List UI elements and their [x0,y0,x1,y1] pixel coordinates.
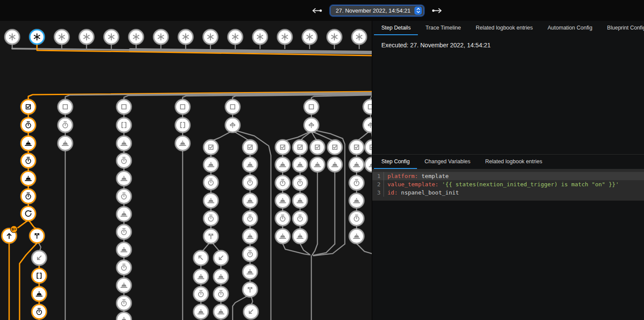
trace-node-refresh[interactable] [20,206,36,221]
trace-node-timer[interactable] [116,224,132,240]
trace-node-timer[interactable] [116,188,132,204]
trace-node-room-service[interactable] [275,193,290,208]
trace-node-checkbox-marked[interactable] [242,139,258,155]
trace-node-code-brackets[interactable] [175,117,190,133]
trace-node-timer[interactable] [20,188,36,204]
trace-node-timer[interactable] [31,304,47,320]
trace-node-call-split[interactable] [203,228,219,244]
tab-related-logbook-entries[interactable]: Related logbook entries [478,155,550,169]
trace-node-arrow-bottom-left[interactable] [243,304,259,320]
trace-node-room-service[interactable] [327,157,343,172]
trace-node-checkbox-blank[interactable] [57,99,73,115]
next-run-icon[interactable] [431,7,443,14]
trace-node-timer[interactable] [242,211,258,226]
trace-node-room-service[interactable] [213,269,229,284]
trace-node-timer[interactable] [292,211,308,226]
trace-node-code-brackets[interactable] [31,268,47,284]
trace-node-checkbox-marked[interactable] [20,99,36,115]
trace-node-timer[interactable] [203,175,219,190]
trace-node-arrow-bottom-left[interactable] [31,250,47,266]
trace-node-room-service[interactable] [116,135,132,151]
trace-node-arrow-decision[interactable] [304,117,319,133]
trace-node-room-service[interactable] [242,264,258,280]
trace-node-room-service[interactable] [31,286,47,302]
trace-node-checkbox-blank[interactable] [304,99,319,115]
trace-node-room-service[interactable] [349,228,364,244]
trace-node-timer[interactable] [116,153,132,168]
trace-node-room-service[interactable] [242,193,258,208]
trace-node-checkbox-marked[interactable] [310,139,325,155]
trace-node-asterisk[interactable] [277,29,293,45]
trace-node-room-service[interactable] [203,193,219,208]
trace-node-room-service[interactable] [116,312,132,320]
tab-blueprint-config[interactable]: Blueprint Config [600,21,644,35]
trace-node-timer[interactable] [213,286,229,302]
trace-node-arrow-decision[interactable] [225,117,240,133]
previous-run-icon[interactable] [311,7,323,14]
trace-node-room-service[interactable] [116,277,132,293]
trace-node-asterisk[interactable] [29,29,45,45]
trace-node-call-split[interactable] [242,282,258,297]
trace-node-checkbox-marked[interactable] [203,139,219,155]
trace-node-timer[interactable] [193,286,209,302]
tab-step-details[interactable]: Step Details [374,21,418,35]
trace-node-asterisk[interactable] [327,29,342,45]
trace-node-room-service[interactable] [292,228,308,244]
trace-node-timer[interactable] [349,175,364,191]
trace-node-asterisk[interactable] [128,29,144,45]
trace-node-room-service[interactable] [193,304,209,320]
trace-node-room-service[interactable] [242,228,258,244]
trace-node-checkbox-marked[interactable] [292,139,308,155]
trace-node-arrow-up[interactable]: 9+ [1,226,17,244]
trace-node-timer[interactable] [116,260,132,275]
trace-node-room-service[interactable] [292,193,308,208]
tab-step-config[interactable]: Step Config [374,155,417,169]
trace-node-asterisk[interactable] [351,29,367,45]
trace-node-asterisk[interactable] [252,29,268,45]
trace-node-asterisk[interactable] [203,29,218,45]
trace-node-room-service[interactable] [20,171,36,186]
trace-node-room-service[interactable] [116,242,132,257]
trace-node-timer[interactable] [20,153,36,168]
trace-node-room-service[interactable] [193,269,209,284]
trace-node-timer[interactable] [292,175,308,191]
trace-node-asterisk[interactable] [103,29,119,45]
trace-node-asterisk[interactable] [79,29,94,45]
trace-node-room-service[interactable] [275,157,290,172]
trace-node-room-service[interactable] [175,135,190,151]
trace-node-room-service[interactable] [242,157,258,172]
trace-node-room-service[interactable] [57,135,73,151]
trace-node-room-service[interactable] [349,193,364,208]
trace-node-asterisk[interactable] [227,29,243,45]
trace-node-code-brackets[interactable] [116,117,132,133]
trace-node-room-service[interactable] [349,157,364,172]
trace-node-asterisk[interactable] [153,29,169,45]
trace-node-checkbox-blank[interactable] [225,99,240,115]
tab-related-logbook-entries[interactable]: Related logbook entries [468,21,540,35]
trace-node-room-service[interactable] [203,157,219,172]
step-config-code-editor[interactable]: 1platform: template2value_template: '{{ … [372,169,644,201]
trace-node-timer[interactable] [116,295,132,311]
tab-automation-config[interactable]: Automation Config [540,21,600,35]
trace-node-timer[interactable] [275,175,290,191]
trace-node-checkbox-marked[interactable] [327,139,343,155]
trace-node-timer[interactable] [275,211,290,226]
trace-node-timer[interactable] [20,117,36,133]
trace-node-checkbox-blank[interactable] [175,99,190,115]
trace-node-room-service[interactable] [310,157,325,172]
trace-node-room-service[interactable] [20,135,36,151]
trace-node-checkbox-blank[interactable] [116,99,132,115]
trace-node-checkbox-blank[interactable] [363,99,372,115]
trace-node-timer[interactable] [242,246,258,262]
tab-trace-timeline[interactable]: Trace Timeline [418,21,468,35]
trace-node-arrow-decision[interactable] [363,117,372,133]
trace-node-room-service[interactable] [213,304,229,320]
trace-node-timer[interactable] [242,175,258,190]
run-selector[interactable]: 27. November 2022, 14:54:21 [330,5,424,16]
trace-node-checkbox-marked[interactable] [349,139,364,155]
trace-node-asterisk[interactable] [4,29,20,45]
trace-node-checkbox-marked[interactable] [364,139,372,155]
trace-node-timer[interactable] [349,211,364,226]
trace-node-room-service[interactable] [116,171,132,186]
trace-node-timer[interactable] [203,211,219,226]
